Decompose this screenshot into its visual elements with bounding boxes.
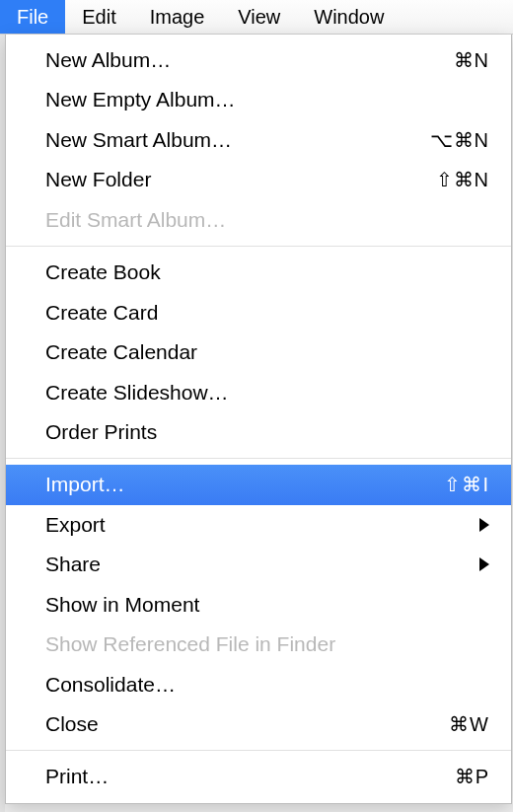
menu-item-create-calendar[interactable]: Create Calendar <box>6 332 511 372</box>
menu-item-print[interactable]: Print…⌘P <box>6 757 511 796</box>
menu-item-accessory: ⌘W <box>449 710 489 739</box>
menu-separator <box>6 750 511 751</box>
menu-item-edit-smart-album: Edit Smart Album… <box>6 200 511 240</box>
menu-item-show-referenced-file-in-finder: Show Referenced File in Finder <box>6 625 511 664</box>
menubar-item-file[interactable]: File <box>0 0 65 34</box>
menu-item-new-album[interactable]: New Album…⌘N <box>6 40 511 80</box>
menu-item-share[interactable]: Share <box>6 545 511 584</box>
menu-item-export[interactable]: Export <box>6 505 511 545</box>
menu-item-label: Close <box>45 709 99 739</box>
menubar: FileEditImageViewWindow <box>0 0 513 35</box>
menu-item-accessory: ⌘N <box>454 46 489 75</box>
menu-item-label: New Folder <box>45 165 151 194</box>
menu-item-shortcut: ⌘P <box>455 763 489 791</box>
menu-item-label: Show in Moment <box>45 590 199 620</box>
menu-item-label: Edit Smart Album… <box>45 205 226 235</box>
file-dropdown-menu: New Album…⌘NNew Empty Album…New Smart Al… <box>5 35 512 804</box>
menu-item-create-slideshow[interactable]: Create Slideshow… <box>6 373 511 412</box>
menu-item-new-smart-album[interactable]: New Smart Album…⌥⌘N <box>6 120 511 160</box>
menubar-item-label: Edit <box>82 6 115 29</box>
menubar-item-image[interactable]: Image <box>133 0 222 34</box>
menu-item-shortcut: ⇧⌘N <box>436 166 489 194</box>
menu-item-label: Import… <box>45 470 125 499</box>
menubar-item-view[interactable]: View <box>221 0 297 34</box>
menu-item-shortcut: ⇧⌘I <box>444 471 489 499</box>
menu-item-order-prints[interactable]: Order Prints <box>6 412 511 452</box>
menu-item-accessory <box>479 557 489 571</box>
menu-item-accessory: ⌘P <box>455 763 489 791</box>
menu-item-show-in-moment[interactable]: Show in Moment <box>6 585 511 625</box>
menu-item-shortcut: ⌘W <box>449 710 489 739</box>
menu-item-import[interactable]: Import…⇧⌘I <box>6 465 511 504</box>
menubar-item-edit[interactable]: Edit <box>65 0 132 34</box>
submenu-arrow-icon <box>479 557 489 571</box>
menu-item-accessory: ⇧⌘I <box>444 471 489 499</box>
menubar-item-window[interactable]: Window <box>297 0 401 34</box>
menu-item-label: Share <box>45 550 101 579</box>
menu-item-label: New Smart Album… <box>45 125 232 155</box>
menu-item-label: Export <box>45 510 106 540</box>
menu-item-new-folder[interactable]: New Folder⇧⌘N <box>6 160 511 199</box>
menu-item-shortcut: ⌥⌘N <box>430 126 489 155</box>
menu-item-shortcut: ⌘N <box>454 46 489 75</box>
menu-item-label: New Empty Album… <box>45 85 236 114</box>
menu-item-label: Create Calendar <box>45 337 197 367</box>
menu-item-create-book[interactable]: Create Book <box>6 253 511 292</box>
menu-item-new-empty-album[interactable]: New Empty Album… <box>6 80 511 119</box>
menubar-item-label: File <box>17 6 48 29</box>
menubar-item-label: View <box>238 6 280 29</box>
menu-item-label: New Album… <box>45 45 171 75</box>
menu-item-label: Show Referenced File in Finder <box>45 629 335 659</box>
menu-item-label: Consolidate… <box>45 670 176 700</box>
menu-item-label: Create Book <box>45 258 161 287</box>
menu-item-close[interactable]: Close⌘W <box>6 704 511 744</box>
menu-item-accessory: ⇧⌘N <box>436 166 489 194</box>
menu-separator <box>6 246 511 247</box>
menu-item-accessory <box>479 518 489 532</box>
menu-item-label: Order Prints <box>45 417 157 447</box>
menu-separator <box>6 458 511 459</box>
menu-item-create-card[interactable]: Create Card <box>6 293 511 332</box>
menubar-item-label: Window <box>314 6 384 29</box>
menu-item-label: Print… <box>45 762 109 791</box>
menu-item-consolidate[interactable]: Consolidate… <box>6 665 511 704</box>
menu-item-label: Create Slideshow… <box>45 378 229 407</box>
menubar-item-label: Image <box>150 6 205 29</box>
submenu-arrow-icon <box>479 518 489 532</box>
menu-item-label: Create Card <box>45 298 158 328</box>
menu-item-accessory: ⌥⌘N <box>430 126 489 155</box>
